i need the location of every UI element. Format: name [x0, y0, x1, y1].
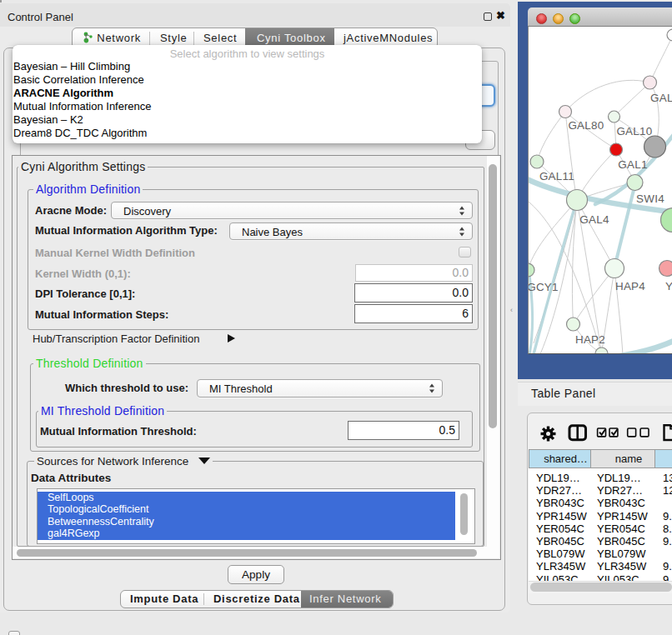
svg-text:HAP4: HAP4 [615, 280, 645, 292]
svg-text:SWI4: SWI4 [636, 192, 664, 205]
svg-text:GAL4: GAL4 [579, 213, 609, 226]
svg-text:GCY1: GCY1 [529, 281, 559, 293]
svg-text:GAL11: GAL11 [539, 170, 574, 182]
svg-text:GAL80: GAL80 [568, 119, 604, 132]
svg-text:Y: Y [665, 280, 672, 292]
svg-text:GAL1: GAL1 [618, 158, 647, 171]
svg-text:GAL10: GAL10 [616, 125, 652, 138]
svg-text:GAL: GAL [650, 92, 672, 104]
svg-text:HAP2: HAP2 [575, 333, 605, 346]
